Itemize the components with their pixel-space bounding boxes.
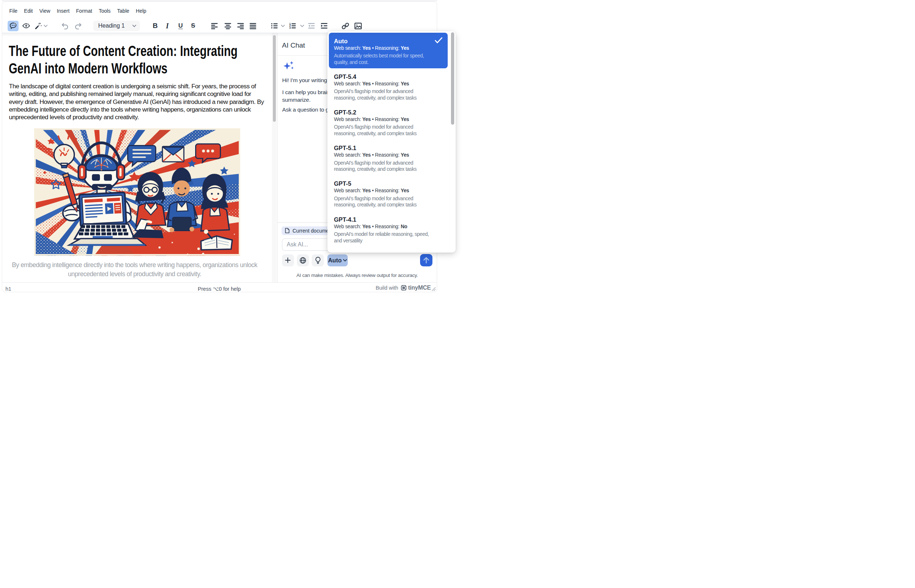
svg-text:3: 3 [289,26,291,29]
